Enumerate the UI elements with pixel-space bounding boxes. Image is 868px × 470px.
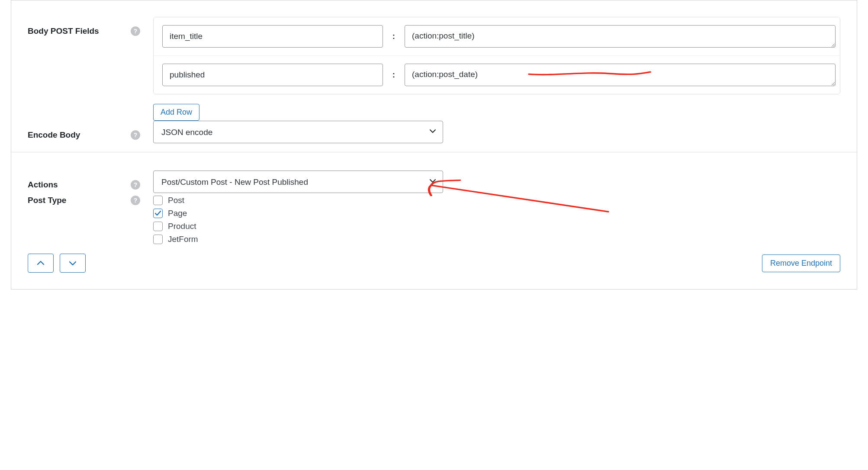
help-icon[interactable]: ? [131, 26, 140, 36]
field-key-input[interactable] [162, 25, 383, 48]
encode-body-select[interactable]: JSON encode [153, 121, 443, 143]
label-post-type: Post Type [28, 196, 66, 205]
actions-select[interactable]: Post/Custom Post - New Post Published [153, 171, 443, 193]
help-icon[interactable]: ? [131, 180, 140, 190]
row-body-post-fields: Body POST Fields ? : (action:post_title)… [28, 17, 840, 121]
checkbox-label: Page [168, 209, 187, 218]
checkbox-icon [153, 196, 163, 205]
field-value-input[interactable]: (action:post_title) [405, 25, 836, 48]
checkbox-label: Product [168, 222, 196, 231]
row-actions: Actions ? Post/Custom Post - New Post Pu… [28, 171, 840, 193]
row-post-type: Post Type ? Post Page Product [28, 193, 840, 244]
field-value-input[interactable]: (action:post_date) [405, 64, 836, 86]
move-up-button[interactable] [28, 254, 54, 273]
chevron-up-icon [36, 259, 45, 267]
row-encode-body: Encode Body ? JSON encode [28, 121, 840, 143]
endpoint-panel: Body POST Fields ? : (action:post_title)… [11, 0, 857, 290]
kv-separator: : [392, 32, 396, 41]
label-encode-body: Encode Body [28, 130, 80, 140]
label-body-post-fields: Body POST Fields [28, 26, 99, 36]
checkbox-icon [153, 209, 163, 218]
body-post-fields-repeater: : (action:post_title) : (action:post_dat… [153, 17, 840, 94]
chevron-down-icon [68, 259, 77, 267]
label-actions: Actions [28, 180, 58, 190]
checkbox-product[interactable]: Product [153, 222, 840, 231]
checkbox-post[interactable]: Post [153, 196, 840, 205]
section-actions: Actions ? Post/Custom Post - New Post Pu… [11, 152, 857, 289]
checkbox-icon [153, 235, 163, 244]
help-icon[interactable]: ? [131, 196, 140, 205]
remove-endpoint-button[interactable]: Remove Endpoint [762, 254, 840, 272]
panel-footer: Remove Endpoint [28, 244, 840, 285]
checkbox-jetform[interactable]: JetForm [153, 235, 840, 244]
help-icon[interactable]: ? [131, 130, 140, 140]
repeater-row: : (action:post_title) [154, 17, 840, 55]
section-body-encode: Body POST Fields ? : (action:post_title)… [11, 0, 857, 152]
kv-separator: : [392, 70, 396, 80]
field-key-input[interactable] [162, 64, 383, 86]
checkbox-label: JetForm [168, 235, 198, 244]
checkbox-label: Post [168, 196, 184, 205]
repeater-row: : (action:post_date) [154, 55, 840, 94]
add-row-button[interactable]: Add Row [153, 104, 199, 121]
checkbox-page[interactable]: Page [153, 209, 840, 218]
checkbox-icon [153, 222, 163, 231]
move-down-button[interactable] [60, 254, 86, 273]
